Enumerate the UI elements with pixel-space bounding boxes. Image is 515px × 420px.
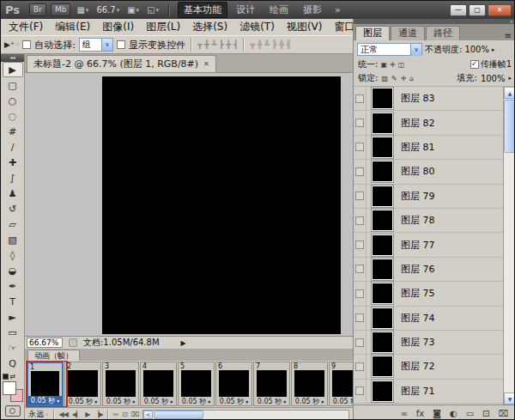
lock-icon[interactable]: ▨ [381,75,388,82]
quick-mask-button[interactable] [5,405,21,417]
new-layer-icon[interactable]: ⊡ [482,409,489,418]
default-colors-control[interactable]: ⇄ [3,373,23,380]
unify-icon[interactable]: ◫ [398,61,405,69]
current-tool-indicator[interactable]: ▶⁺ ▾ [4,40,19,49]
layer-name[interactable]: 图层 78 [401,214,435,227]
lock-icon[interactable]: ✛ [401,75,407,82]
layer-name[interactable]: 图层 82 [401,117,435,130]
close-document-icon[interactable]: ✕ [203,60,209,68]
workspace-button[interactable]: 摄影 [297,2,328,18]
frame-delay-control[interactable]: 0.05 秒 ▾ [141,397,176,405]
zoom-level-control[interactable]: 66.7 ▾ [94,5,121,15]
layer-name[interactable]: 图层 79 [401,190,435,203]
scroll-up-icon[interactable]: ▲ [504,87,515,99]
animation-frame[interactable]: 9 0.05 秒 ▾ [329,362,353,406]
align-icon[interactable]: ╋ [227,40,231,49]
link-layers-icon[interactable]: ∞ [400,409,407,418]
workspace-button[interactable]: 设计 [230,2,261,18]
distribute-icon[interactable]: ╬ [279,40,283,49]
visibility-cell[interactable] [354,87,367,110]
first-frame-button[interactable]: ◀◀ [59,411,68,418]
lock-icon[interactable]: ⌂ [409,75,414,82]
healing-brush-tool[interactable]: ✚ [3,155,23,170]
visibility-toggle[interactable] [355,192,364,200]
menu-item[interactable]: 图像(I) [96,20,140,34]
animation-frame[interactable]: 2 0.05 秒 ▾ [64,362,101,406]
history-brush-tool[interactable]: ↺ [3,201,23,216]
layers-scrollbar[interactable]: ▲ ▼ [503,87,515,405]
menu-item[interactable]: 视图(V) [281,20,329,34]
visibility-toggle[interactable] [355,94,364,103]
图层 75[interactable]: 图层 75 [354,282,504,306]
eyedropper-tool[interactable]: ∕ [3,139,23,155]
visibility-cell[interactable] [354,380,367,403]
brush-tool[interactable]: ∫ [3,170,23,186]
animation-frame[interactable]: 3 0.05 秒 ▾ [102,362,139,406]
shape-tool[interactable]: ▭ [3,325,23,340]
menu-item[interactable]: 滤镜(T) [233,20,281,34]
marquee-tool[interactable]: ▢ [3,77,23,93]
animation-frames-tab[interactable]: 动画（帧） [27,350,80,361]
auto-select-checkbox[interactable] [22,40,31,49]
lasso-tool[interactable]: ○ [3,93,23,108]
move-tool[interactable]: ▶ [3,62,23,77]
lock-icon[interactable]: ✎ [391,75,397,82]
align-icon[interactable]: ┻ [212,40,216,49]
workspace-button[interactable]: 绘画 [264,2,294,18]
layer-thumbnail[interactable] [372,88,393,109]
animation-frame[interactable]: 6 0.05 秒 ▾ [215,362,252,406]
unify-icon[interactable]: ▣ [380,61,387,69]
distribute-icon[interactable]: ╣ [287,40,291,49]
图层 77[interactable]: 图层 77 [354,233,504,257]
visibility-toggle[interactable] [355,240,364,249]
workspace-more-button[interactable]: » [332,4,343,15]
menu-item[interactable]: 选择(S) [186,20,233,34]
pen-tool[interactable]: ✒ [3,278,23,294]
menu-item[interactable]: 文件(F) [3,20,49,34]
loop-count-dropdown[interactable]: 永远 ▾ [28,409,49,420]
zoom-tool[interactable]: Q [3,356,23,371]
frame-delay-control[interactable]: 0.05 秒 ▾ [292,397,327,405]
layer-name[interactable]: 图层 76 [401,263,435,276]
minimize-button[interactable]: — [450,4,467,16]
visibility-toggle[interactable] [355,387,364,395]
visibility-cell[interactable] [354,307,367,330]
visibility-toggle[interactable] [355,119,364,127]
menu-item[interactable]: 图层(L) [140,20,186,34]
frame-delay-control[interactable]: 0.05 秒 ▾ [330,397,353,405]
visibility-cell[interactable] [354,185,367,208]
restore-button[interactable]: ▢ [469,4,486,16]
layer-thumbnail[interactable] [372,161,393,182]
scroll-left-icon[interactable]: < [143,411,153,419]
layer-name[interactable]: 图层 72 [401,360,435,373]
clone-stamp-tool[interactable]: ♟ [3,186,23,201]
show-transform-checkbox[interactable] [117,40,125,49]
zoom-percentage-field[interactable]: 66.67% [27,338,63,348]
layer-name[interactable]: 图层 73 [401,336,435,349]
auto-select-dropdown[interactable]: 组 ∨ [79,38,113,52]
layer-name[interactable]: 图层 83 [401,92,435,105]
delete-frame-button[interactable]: ⌧ [131,411,138,418]
图层 80[interactable]: 图层 80 [354,160,504,184]
tween-button[interactable]: ∾ [113,411,118,418]
document-tab[interactable]: 未标题-2 @ 66.7% (图层 1, RGB/8#) ✕ [27,55,216,72]
play-button[interactable]: ▶ [85,411,89,418]
previous-frame-button[interactable]: ◀▏ [72,411,81,418]
图层 73[interactable]: 图层 73 [354,331,504,355]
animation-scrollbar[interactable]: < [142,410,349,420]
launch-mini-bridge-button[interactable]: Mb [51,3,70,16]
frame-delay-control[interactable]: 0.05 秒 ▾ [179,397,214,405]
fill-popup-icon[interactable]: ▸ [508,75,512,82]
gradient-tool[interactable]: ▧ [3,232,23,247]
dock-close-icon[interactable]: ✕ [510,20,513,24]
visibility-cell[interactable] [354,111,367,134]
align-icon[interactable]: ┫ [233,40,238,49]
frame-delay-control[interactable]: 0.05 秒 ▾ [28,396,62,405]
animation-frame[interactable]: 4 0.05 秒 ▾ [140,362,177,406]
align-icon[interactable]: ┳ [197,40,202,49]
next-frame-button[interactable]: ▕▶ [94,411,102,418]
scrollbar-thumb[interactable] [504,100,515,153]
arrange-documents-button[interactable]: ▣ ▾ [125,5,141,15]
layer-thumbnail[interactable] [372,307,393,329]
screen-mode-button[interactable]: ◱ ▾ [145,5,161,15]
